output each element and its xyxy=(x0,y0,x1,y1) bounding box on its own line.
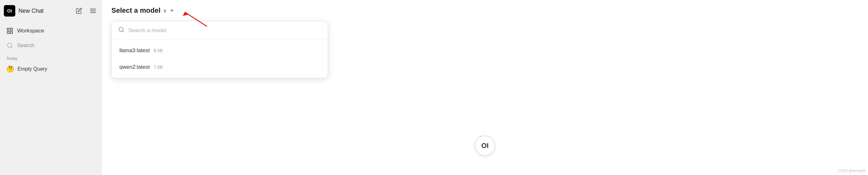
center-logo: OI xyxy=(475,136,495,156)
model-search-icon xyxy=(118,26,124,34)
brand-logo: OI xyxy=(4,5,15,16)
svg-marker-10 xyxy=(183,12,188,16)
model-search-box xyxy=(112,21,328,40)
sidebar-header: OI New Chat xyxy=(4,5,98,16)
menu-button[interactable] xyxy=(88,6,98,16)
brand-name: New Chat xyxy=(19,8,43,14)
add-model-button[interactable]: + xyxy=(170,7,174,14)
model-size-llama3: 8.0B xyxy=(153,48,163,53)
main-content: Select a model ∨ + xyxy=(102,0,868,175)
select-model-title: Select a model xyxy=(112,6,160,14)
chevron-down-icon[interactable]: ∨ xyxy=(163,8,167,14)
sidebar-item-search[interactable]: Search xyxy=(4,39,98,52)
today-section-label: Today xyxy=(4,54,98,62)
model-selector-bar: Select a model ∨ + xyxy=(112,6,174,14)
model-list: llama3:latest 8.0B qwen2:latest 7.6B xyxy=(112,40,328,78)
model-name-qwen2: qwen2:latest xyxy=(119,64,150,70)
sidebar-item-workspace[interactable]: Workspace xyxy=(4,24,98,38)
chat-emoji: 🤔 xyxy=(6,65,14,73)
sidebar-brand: OI New Chat xyxy=(4,5,43,16)
search-nav-icon xyxy=(6,42,13,49)
model-size-qwen2: 7.6B xyxy=(153,65,163,70)
sidebar: OI New Chat xyxy=(0,0,102,175)
model-item-qwen2[interactable]: qwen2:latest 7.6B xyxy=(112,59,328,75)
model-item-llama3[interactable]: llama3:latest 8.0B xyxy=(112,42,328,59)
svg-rect-4 xyxy=(10,28,12,30)
svg-rect-3 xyxy=(7,28,9,30)
workspace-icon xyxy=(6,27,13,34)
workspace-label: Workspace xyxy=(17,28,44,34)
model-dropdown-panel: llama3:latest 8.0B qwen2:latest 7.6B xyxy=(112,21,328,78)
chat-title: Empty Query xyxy=(18,66,47,72)
svg-rect-6 xyxy=(10,32,12,33)
svg-line-12 xyxy=(123,31,124,32)
search-label: Search xyxy=(17,42,34,49)
watermark: CSDN @lipeng20 xyxy=(838,169,865,172)
sidebar-action-icons xyxy=(74,6,98,16)
svg-line-8 xyxy=(11,47,12,48)
svg-rect-5 xyxy=(7,32,9,33)
model-search-input[interactable] xyxy=(128,27,321,34)
model-name-llama3: llama3:latest xyxy=(119,47,150,54)
edit-button[interactable] xyxy=(74,6,84,16)
chat-item-empty-query[interactable]: 🤔 Empty Query xyxy=(4,62,98,76)
